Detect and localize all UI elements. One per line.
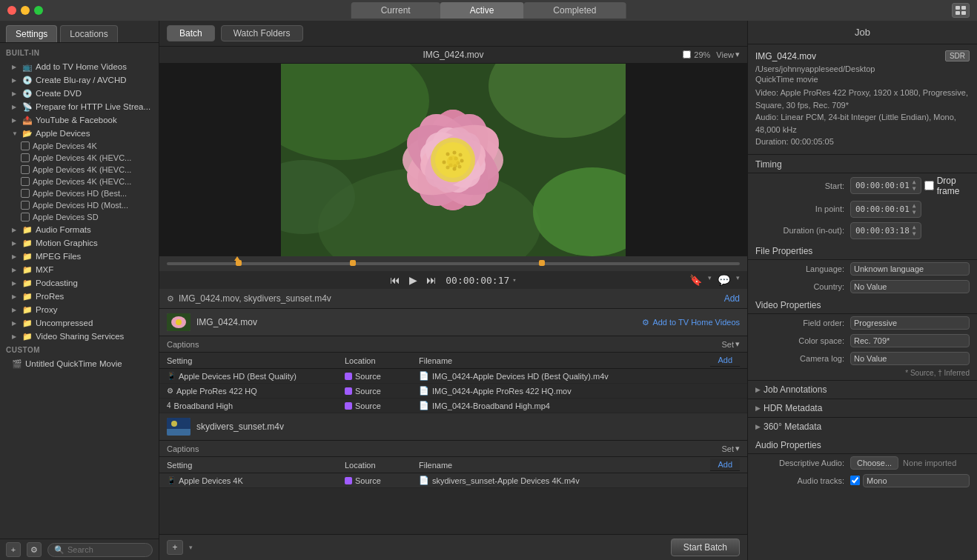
- batch-job-action-1[interactable]: ⚙ Add to TV Home Videos: [642, 318, 740, 327]
- sidebar-item-prores[interactable]: ▶ 📁 ProRes: [0, 290, 159, 303]
- stepper-down-arrow[interactable]: ▼: [913, 186, 916, 192]
- audio-tracks-checkbox[interactable]: [850, 476, 860, 485]
- stepper-down-arrow[interactable]: ▼: [913, 210, 916, 216]
- add-setting-button-2[interactable]: Add: [710, 459, 740, 471]
- duration-stepper[interactable]: ▲ ▼: [913, 224, 916, 237]
- play-button[interactable]: ▶: [409, 274, 417, 286]
- device-icon: [21, 141, 30, 150]
- drop-frame-checkbox[interactable]: [924, 181, 934, 190]
- sidebar-item-add-tv[interactable]: ▶ 📺 Add to TV Home Videos: [0, 60, 159, 73]
- maximize-button[interactable]: [34, 6, 43, 15]
- language-select[interactable]: Unknown language: [850, 262, 970, 276]
- tab-active[interactable]: Active: [440, 2, 524, 19]
- start-stepper[interactable]: ▲ ▼: [913, 179, 916, 192]
- start-batch-button[interactable]: Start Batch: [671, 539, 740, 556]
- location-dot: [345, 373, 352, 380]
- country-select[interactable]: No Value: [850, 280, 970, 293]
- minimize-button[interactable]: [21, 6, 30, 15]
- sidebar-bottom-bar: + ⚙ 🔍: [0, 539, 159, 560]
- tab-current[interactable]: Current: [351, 2, 440, 19]
- language-select-input[interactable]: Unknown language: [854, 264, 966, 273]
- sidebar-item-podcasting[interactable]: ▶ 📁 Podcasting: [0, 276, 159, 290]
- timeline-bar[interactable]: [159, 256, 747, 271]
- search-bar[interactable]: 🔍: [47, 543, 153, 557]
- set-button-1[interactable]: Set ▾: [721, 339, 740, 349]
- country-select-input[interactable]: No Value: [854, 282, 966, 291]
- field-order-select-input[interactable]: Progressive: [854, 319, 966, 327]
- speech-bubble-button[interactable]: 💬: [718, 274, 730, 286]
- sidebar-item-mpeg[interactable]: ▶ 📁 MPEG Files: [0, 250, 159, 263]
- stream-icon: 📡: [22, 101, 33, 112]
- chevron-right-icon: ▶: [755, 386, 761, 393]
- sidebar-item-apple-sd[interactable]: Apple Devices SD: [0, 211, 159, 223]
- sidebar-tab-locations[interactable]: Locations: [60, 25, 117, 42]
- sidebar-item-apple-hd-most[interactable]: Apple Devices HD (Most...: [0, 199, 159, 211]
- add-setting-button-1[interactable]: Add: [710, 354, 740, 367]
- batch-add-button[interactable]: Add: [724, 293, 740, 304]
- camera-log-select[interactable]: No Value: [850, 352, 970, 365]
- svg-point-36: [443, 161, 446, 164]
- choose-button[interactable]: Choose...: [850, 456, 898, 470]
- color-space-select[interactable]: Rec. 709*: [850, 334, 970, 347]
- stepper-up-arrow[interactable]: ▲: [913, 203, 916, 209]
- sidebar-item-apple-devices[interactable]: ▼ 📂 Apple Devices: [0, 127, 159, 140]
- stepper-up-arrow[interactable]: ▲: [913, 179, 916, 185]
- batch-add-item-button[interactable]: +: [167, 540, 183, 555]
- sidebar-item-untitled-qt[interactable]: 🎬 Untitled QuickTime Movie: [0, 357, 159, 370]
- in-point-timecode-input[interactable]: 00:00:00:01 ▲ ▼: [850, 201, 921, 218]
- sidebar-item-mxf[interactable]: ▶ 📁 MXF: [0, 263, 159, 276]
- timecode-dropdown-icon[interactable]: ▾: [512, 276, 516, 284]
- field-order-row: Field order: Progressive: [748, 314, 977, 332]
- in-point-stepper[interactable]: ▲ ▼: [913, 203, 916, 216]
- stepper-up-arrow[interactable]: ▲: [913, 224, 916, 230]
- speech-dropdown-icon[interactable]: ▾: [736, 274, 740, 286]
- job-annotations-section[interactable]: ▶ Job Annotations: [748, 380, 977, 399]
- start-timecode-input[interactable]: 00:00:00:01 ▲ ▼: [850, 177, 921, 194]
- tab-completed[interactable]: Completed: [523, 2, 626, 19]
- bookmark-dropdown-icon[interactable]: ▾: [708, 274, 712, 286]
- video-content: [281, 64, 626, 256]
- threesixty-metadata-section[interactable]: ▶ 360° Metadata: [748, 417, 977, 436]
- zoom-checkbox[interactable]: [683, 50, 691, 59]
- audio-tracks-select-input[interactable]: Mono: [867, 476, 966, 485]
- go-to-end-button[interactable]: ⏭: [426, 274, 437, 286]
- sidebar-item-bluray[interactable]: ▶ 💿 Create Blu-ray / AVCHD: [0, 73, 159, 87]
- sidebar-item-video-sharing[interactable]: ▶ 📁 Video Sharing Services: [0, 330, 159, 343]
- add-button[interactable]: +: [6, 542, 21, 557]
- settings-gear-button[interactable]: ⚙: [27, 542, 42, 557]
- sidebar-item-youtube[interactable]: ▶ 📤 YouTube & Facebook: [0, 113, 159, 127]
- sidebar-item-apple-4k[interactable]: Apple Devices 4K: [0, 140, 159, 152]
- sidebar-item-apple-4k-hevc3[interactable]: Apple Devices 4K (HEVC...: [0, 176, 159, 187]
- stepper-down-arrow[interactable]: ▼: [913, 231, 916, 237]
- search-input[interactable]: [67, 545, 146, 554]
- tab-batch[interactable]: Batch: [167, 25, 215, 41]
- sidebar-item-uncompressed[interactable]: ▶ 📁 Uncompressed: [0, 316, 159, 330]
- chevron-right-icon: ▶: [755, 423, 761, 430]
- close-button[interactable]: [7, 6, 16, 15]
- layout-icon[interactable]: [952, 3, 970, 18]
- sidebar-item-apple-hd-best[interactable]: Apple Devices HD (Best...: [0, 187, 159, 199]
- sidebar-item-apple-4k-hevc1[interactable]: Apple Devices 4K (HEVC...: [0, 152, 159, 164]
- set-button-2[interactable]: Set ▾: [721, 444, 740, 453]
- camera-log-select-input[interactable]: No Value: [854, 354, 966, 363]
- color-space-select-input[interactable]: Rec. 709*: [854, 336, 966, 345]
- bookmark-button[interactable]: 🔖: [689, 274, 702, 286]
- view-button[interactable]: View ▾: [716, 50, 740, 59]
- batch-add-dropdown-icon[interactable]: ▾: [189, 544, 193, 551]
- go-to-start-button[interactable]: ⏮: [390, 274, 400, 286]
- sidebar-item-proxy[interactable]: ▶ 📁 Proxy: [0, 303, 159, 316]
- hdr-metadata-section[interactable]: ▶ HDR Metadata: [748, 399, 977, 417]
- audio-tracks-select[interactable]: Mono: [863, 474, 970, 487]
- sidebar-item-dvd[interactable]: ▶ 💿 Create DVD: [0, 87, 159, 100]
- field-order-select[interactable]: Progressive: [850, 316, 970, 330]
- duration-timecode-input[interactable]: 00:00:03:18 ▲ ▼: [850, 222, 921, 239]
- sidebar-item-http[interactable]: ▶ 📡 Prepare for HTTP Live Strea...: [0, 100, 159, 113]
- sidebar-item-apple-4k-hevc2[interactable]: Apple Devices 4K (HEVC...: [0, 164, 159, 176]
- sidebar-tab-settings[interactable]: Settings: [6, 25, 57, 42]
- timeline-track[interactable]: [167, 262, 740, 265]
- video-preview: IMG_0424.mov 29% View ▾: [159, 47, 747, 289]
- device-icon: [21, 165, 30, 174]
- sidebar-item-audio-formats[interactable]: ▶ 📁 Audio Formats: [0, 223, 159, 236]
- sidebar-item-motion-graphics[interactable]: ▶ 📁 Motion Graphics: [0, 236, 159, 250]
- tab-watch-folders[interactable]: Watch Folders: [221, 25, 303, 41]
